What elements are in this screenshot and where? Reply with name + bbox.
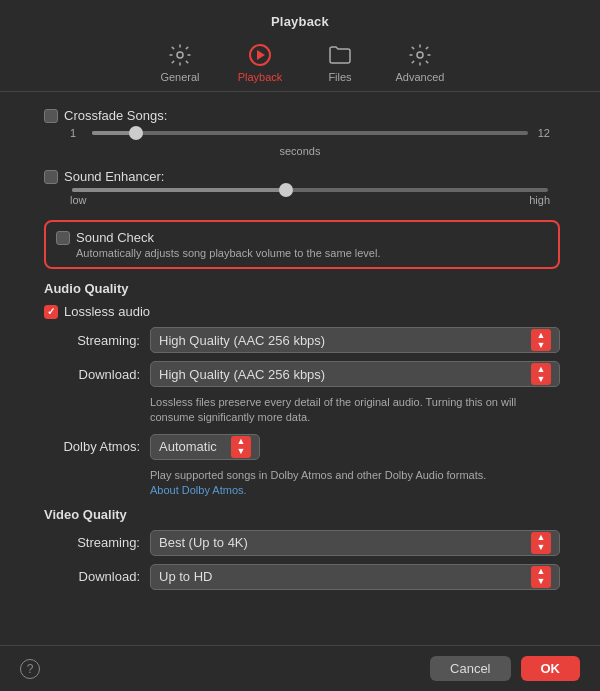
sound-enhancer-slider[interactable] xyxy=(72,188,548,192)
main-content: Crossfade Songs: 1 12 seconds Sound Enha… xyxy=(0,92,600,645)
download-select[interactable]: High Quality (AAC 256 kbps) ▲ ▼ xyxy=(150,361,560,387)
lossless-info: Lossless files preserve every detail of … xyxy=(150,395,560,426)
lossless-label: Lossless audio xyxy=(64,304,150,319)
video-quality-header: Video Quality xyxy=(44,507,560,522)
dolby-select[interactable]: Automatic ▲ ▼ xyxy=(150,434,260,460)
crossfade-unit: seconds xyxy=(280,145,321,157)
sound-enhancer-label: Sound Enhancer: xyxy=(64,169,164,184)
video-streaming-row: Streaming: Best (Up to 4K) ▲ ▼ xyxy=(40,530,560,556)
download-arrows: ▲ ▼ xyxy=(531,363,551,385)
tab-advanced-label: Advanced xyxy=(396,71,445,83)
dolby-info: Play supported songs in Dolby Atmos and … xyxy=(150,468,560,499)
lossless-row: Lossless audio xyxy=(44,304,560,319)
toolbar: General Playback Files Advanced xyxy=(0,29,600,91)
gear-icon xyxy=(166,41,194,69)
cancel-button[interactable]: Cancel xyxy=(430,656,510,681)
streaming-value: High Quality (AAC 256 kbps) xyxy=(159,333,325,348)
video-download-select[interactable]: Up to HD ▲ ▼ xyxy=(150,564,560,590)
video-streaming-arrows: ▲ ▼ xyxy=(531,532,551,554)
video-download-label: Download: xyxy=(40,569,140,584)
sound-check-box: Sound Check Automatically adjusts song p… xyxy=(44,220,560,269)
window-title: Playback xyxy=(0,0,600,29)
streaming-select[interactable]: High Quality (AAC 256 kbps) ▲ ▼ xyxy=(150,327,560,353)
dolby-label: Dolby Atmos: xyxy=(40,439,140,454)
dolby-info-text: Play supported songs in Dolby Atmos and … xyxy=(150,469,486,481)
dolby-row: Dolby Atmos: Automatic ▲ ▼ xyxy=(40,434,560,460)
tab-general-label: General xyxy=(160,71,199,83)
streaming-label: Streaming: xyxy=(40,333,140,348)
crossfade-row: Crossfade Songs: xyxy=(44,108,560,123)
download-label: Download: xyxy=(40,367,140,382)
bottom-bar: ? Cancel OK xyxy=(0,645,600,691)
tab-files-label: Files xyxy=(328,71,351,83)
video-download-value: Up to HD xyxy=(159,569,212,584)
dolby-arrows: ▲ ▼ xyxy=(231,436,251,458)
folder-icon xyxy=(326,41,354,69)
crossfade-min: 1 xyxy=(70,127,84,139)
crossfade-label: Crossfade Songs: xyxy=(64,108,167,123)
video-streaming-select[interactable]: Best (Up to 4K) ▲ ▼ xyxy=(150,530,560,556)
crossfade-max: 12 xyxy=(536,127,550,139)
sound-check-checkbox[interactable] xyxy=(56,231,70,245)
video-download-arrows: ▲ ▼ xyxy=(531,566,551,588)
video-streaming-value: Best (Up to 4K) xyxy=(159,535,248,550)
tab-advanced[interactable]: Advanced xyxy=(380,35,460,91)
audio-quality-header: Audio Quality xyxy=(44,281,560,296)
tab-files[interactable]: Files xyxy=(300,35,380,91)
download-value: High Quality (AAC 256 kbps) xyxy=(159,367,325,382)
playback-icon xyxy=(246,41,274,69)
streaming-arrows: ▲ ▼ xyxy=(531,329,551,351)
video-streaming-label: Streaming: xyxy=(40,535,140,550)
advanced-gear-icon xyxy=(406,41,434,69)
enhancer-low: low xyxy=(70,194,87,206)
sound-check-label: Sound Check xyxy=(76,230,154,245)
video-download-row: Download: Up to HD ▲ ▼ xyxy=(40,564,560,590)
download-row: Download: High Quality (AAC 256 kbps) ▲ … xyxy=(40,361,560,387)
sound-enhancer-row: Sound Enhancer: xyxy=(44,169,560,184)
sound-check-description: Automatically adjusts song playback volu… xyxy=(76,247,548,259)
lossless-checkbox[interactable] xyxy=(44,305,58,319)
title-text: Playback xyxy=(271,14,329,29)
ok-button[interactable]: OK xyxy=(521,656,581,681)
dolby-link[interactable]: About Dolby Atmos. xyxy=(150,484,247,496)
crossfade-slider[interactable] xyxy=(92,131,528,135)
tab-general[interactable]: General xyxy=(140,35,220,91)
svg-point-0 xyxy=(177,52,183,58)
dolby-value: Automatic xyxy=(159,439,217,454)
enhancer-high: high xyxy=(529,194,550,206)
sound-check-row: Sound Check xyxy=(56,230,548,245)
sound-enhancer-checkbox[interactable] xyxy=(44,170,58,184)
crossfade-checkbox[interactable] xyxy=(44,109,58,123)
help-button[interactable]: ? xyxy=(20,659,40,679)
svg-point-1 xyxy=(417,52,423,58)
tab-playback-label: Playback xyxy=(238,71,283,83)
tab-playback[interactable]: Playback xyxy=(220,35,300,91)
streaming-row: Streaming: High Quality (AAC 256 kbps) ▲… xyxy=(40,327,560,353)
